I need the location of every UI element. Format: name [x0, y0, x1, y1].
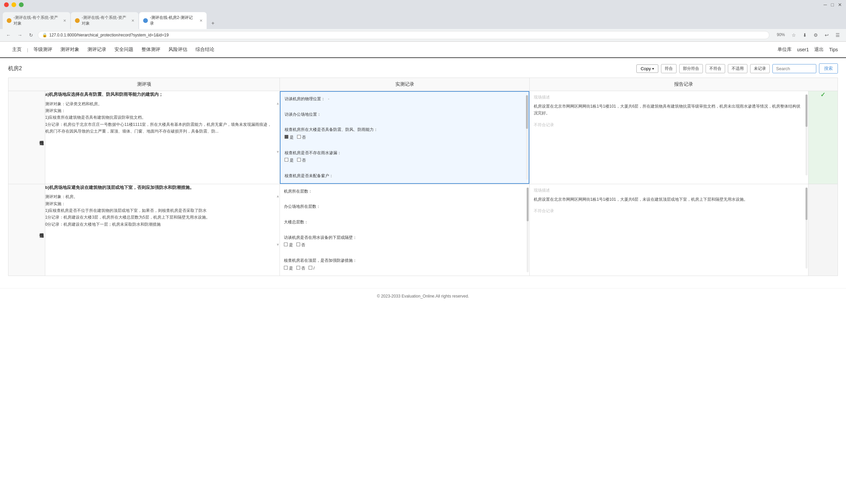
tab-1-label: -测评在线-有个系统-资产对象	[14, 15, 60, 26]
checkbox-empty-1[interactable]	[297, 135, 301, 139]
nav-unit-db[interactable]: 单位库	[777, 47, 792, 53]
tab-1-close[interactable]: ✕	[63, 19, 66, 23]
nav-risk[interactable]: 风险评估	[164, 45, 191, 54]
record-text-1: 访谈机房的物理位置：- 访谈办公场地位置： 核查机房所在大楼是否具备防震、防风、…	[285, 95, 524, 180]
record-cell-2: 机房所在层数： 办公场地所在层数： 大楼总层数： 访谈机房是否在用水设备的下层或…	[280, 184, 529, 276]
checkbox-water-no[interactable]	[296, 242, 300, 246]
tab-3-close[interactable]: ✕	[199, 19, 202, 23]
checkbox-top-na[interactable]	[309, 266, 312, 270]
category-cell-2: 物理位置选择	[8, 184, 45, 276]
tab-2[interactable]: -测评在线-有个系统-资产对象 ✕	[71, 12, 138, 29]
filter-not-conform[interactable]: 不符合	[706, 64, 725, 73]
scroll-down-2[interactable]: ▼	[276, 242, 280, 247]
header-report: 报告记录	[529, 78, 838, 91]
scrollbar-v-report-2[interactable]	[806, 187, 808, 269]
scrollbar-thumb-1	[526, 95, 528, 129]
search-button[interactable]: 搜索	[819, 64, 838, 74]
tab-bar: -测评在线-有个系统-资产对象 ✕ -测评在线-有个系统-资产对象 ✕ -测评在…	[0, 10, 846, 29]
address-box[interactable]: 🔒 127.0.0.1:8000/hierarchical_protection…	[38, 31, 769, 39]
tab-1-icon	[7, 18, 12, 23]
back-btn[interactable]: ←	[4, 31, 13, 39]
nav-tips[interactable]: Tips	[829, 47, 838, 52]
filter-conform[interactable]: 符合	[661, 64, 676, 73]
tab-1[interactable]: -测评在线-有个系统-资产对象 ✕	[3, 12, 70, 29]
tab-3[interactable]: -测评在线-机房2-测评记录 ✕	[139, 12, 207, 29]
filter-partial[interactable]: 部分符合	[679, 64, 703, 73]
scrollbar-thumb-2	[527, 187, 529, 221]
nav-logout[interactable]: 退出	[814, 47, 824, 53]
copy-button[interactable]: Copy ▾	[636, 65, 658, 73]
report-inner-1[interactable]: 现场描述 机房设置在北京市网网区网网街1栋1号1楼101，大厦共6层，所在建筑物…	[530, 91, 808, 179]
win-close-btn[interactable]	[4, 2, 9, 7]
menu-btn[interactable]: ☰	[833, 31, 842, 39]
scrollbar-v-1[interactable]	[526, 95, 528, 180]
close-icon[interactable]: ✕	[838, 2, 842, 7]
zoom-label: 90%	[775, 31, 787, 39]
filter-unrecorded[interactable]: 未记录	[750, 64, 770, 73]
status-cell-1: ✓	[808, 91, 838, 184]
refresh-btn[interactable]: ↻	[27, 31, 35, 39]
header-eval: 测评项	[8, 78, 280, 91]
report-placeholder-1: 现场描述	[534, 94, 804, 100]
search-input[interactable]	[772, 64, 816, 73]
scroll-up-1[interactable]: ▲	[276, 101, 280, 105]
eval-item-cell-1: a)机房场地应选择在具有防震、防风和防雨等能力的建筑内； 测评对象：记录类文档和…	[45, 91, 280, 184]
maximize-icon[interactable]: □	[831, 2, 834, 7]
win-max-btn[interactable]	[19, 2, 24, 7]
record-inner-2[interactable]: 机房所在层数： 办公场地所在层数： 大楼总层数： 访谈机房是否在用水设备的下层或…	[280, 184, 529, 276]
category-cell-1: 物理位置选择	[8, 91, 45, 184]
record-cell-1: 访谈机房的物理位置：- 访谈办公场地位置： 核查机房所在大楼是否具备防震、防风、…	[280, 91, 529, 184]
nav-overall[interactable]: 整体测评	[137, 45, 164, 54]
checkbox-water-yes[interactable]	[284, 242, 288, 246]
scrollbar-v-2[interactable]	[527, 187, 529, 272]
checkbox-rain-yes[interactable]	[285, 158, 288, 162]
record-inner-1[interactable]: 访谈机房的物理位置：- 访谈办公场地位置： 核查机房所在大楼是否具备防震、防风、…	[280, 91, 529, 184]
scroll-up-2[interactable]: ▲	[276, 194, 280, 198]
tab-2-close[interactable]: ✕	[131, 19, 134, 23]
tab-3-label: -测评在线-机房2-测评记录	[150, 15, 196, 26]
window-right-controls[interactable]: ─ □ ✕	[824, 2, 842, 7]
checkbox-rain-no[interactable]	[297, 158, 301, 162]
checkbox-top-no[interactable]	[296, 266, 300, 270]
copy-dropdown-arrow: ▾	[652, 67, 654, 71]
title-bar: ─ □ ✕	[0, 0, 846, 10]
footer-text: © 2023-2033 Evaluation_Online.All rights…	[377, 294, 469, 299]
checkbox-top-yes[interactable]	[284, 266, 288, 270]
nav-security[interactable]: 安全问题	[110, 45, 137, 54]
report-text-2: 机房设置在北京市网网区网网街1栋1号1楼101，大厦共6层，未设在建筑顶层或地下…	[534, 196, 804, 203]
window-controls[interactable]	[4, 2, 24, 7]
nav-record[interactable]: 测评记录	[83, 45, 110, 54]
history-btn[interactable]: ↩	[823, 31, 831, 39]
nav-target[interactable]: 测评对象	[56, 45, 83, 54]
filter-na[interactable]: 不适用	[728, 64, 747, 73]
win-min-btn[interactable]	[12, 2, 16, 7]
scroll-down-1[interactable]: ▼	[276, 150, 280, 154]
download-btn[interactable]: ⬇	[801, 31, 809, 39]
new-tab-btn[interactable]: +	[207, 18, 218, 29]
eval-content-1[interactable]: 测评对象：记录类文档和机房。测评实施：1)应核查所在建筑物是否具有建筑物抗震设防…	[45, 101, 275, 135]
app-nav: 主页 | 等级测评 测评对象 测评记录 安全问题 整体测评 风险评估 综合结论 …	[0, 42, 846, 58]
scrollbar-thumb-report-1	[806, 94, 808, 127]
report-cell-1: 现场描述 机房设置在北京市网网区网网街1栋1号1楼101，大厦共6层，所在建筑物…	[529, 91, 808, 184]
eval-content-2[interactable]: 测评对象：机房。测评实施：1)应核查机房是否不位于所在建筑物的顶层或地下室，如果…	[45, 193, 275, 228]
report-inner-2[interactable]: 现场描述 机房设置在北京市网网区网网街1栋1号1楼101，大厦共6层，未设在建筑…	[530, 184, 808, 272]
tab-3-icon	[143, 18, 148, 23]
page-title: 机房2	[8, 65, 22, 72]
security-icon: 🔒	[42, 33, 47, 37]
tab-2-icon	[75, 18, 80, 23]
nav-grade[interactable]: 等级测评	[29, 45, 56, 54]
report-text-1: 机房设置在北京市网网区网网街1栋1号1楼101，大厦共6层，所在建筑物具有建筑物…	[534, 103, 804, 117]
minimize-icon[interactable]: ─	[824, 2, 827, 7]
scrollbar-v-report-1[interactable]	[806, 94, 808, 176]
nav-conclusion[interactable]: 综合结论	[191, 45, 218, 54]
report-cell-2: 现场描述 机房设置在北京市网网区网网街1栋1号1楼101，大厦共6层，未设在建筑…	[529, 184, 808, 276]
nav-user[interactable]: user1	[797, 47, 809, 52]
nav-home[interactable]: 主页	[8, 45, 26, 54]
forward-btn[interactable]: →	[16, 31, 24, 39]
header-record: 实测记录	[280, 78, 529, 91]
bookmark-btn[interactable]: ☆	[790, 31, 798, 39]
page-content: 机房2 Copy ▾ 符合 部分符合 不符合 不适用 未记录 搜索 测评项 实测…	[0, 58, 846, 281]
record-text-2: 机房所在层数： 办公场地所在层数： 大楼总层数： 访谈机房是否在用水设备的下层或…	[284, 187, 525, 272]
settings-btn[interactable]: ⚙	[812, 31, 820, 39]
nav-sep: |	[27, 47, 28, 52]
